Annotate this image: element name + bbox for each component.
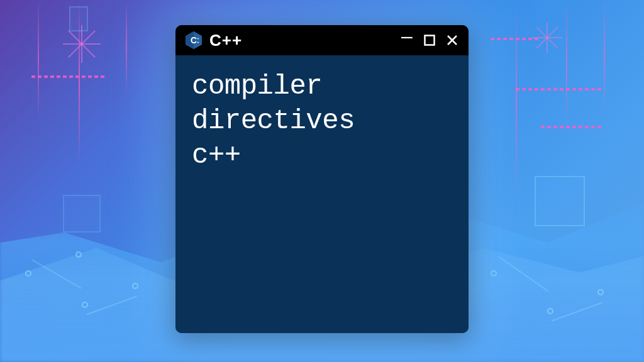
minimize-button[interactable]: – xyxy=(399,28,414,43)
terminal-window: C + + C++ – compiler directives c++ xyxy=(175,25,469,333)
window-title: C++ xyxy=(209,31,242,50)
maximize-button[interactable] xyxy=(422,33,437,48)
window-titlebar[interactable]: C + + C++ – xyxy=(175,25,469,55)
close-button[interactable] xyxy=(445,33,460,48)
code-line-1: compiler xyxy=(192,69,452,104)
svg-text:C: C xyxy=(191,36,197,45)
window-controls: – xyxy=(399,33,460,48)
cpp-logo-icon: C + + xyxy=(184,31,203,50)
code-line-3: c++ xyxy=(192,138,452,173)
terminal-body: compiler directives c++ xyxy=(175,55,469,333)
code-line-2: directives xyxy=(192,104,452,138)
svg-rect-5 xyxy=(425,36,435,45)
